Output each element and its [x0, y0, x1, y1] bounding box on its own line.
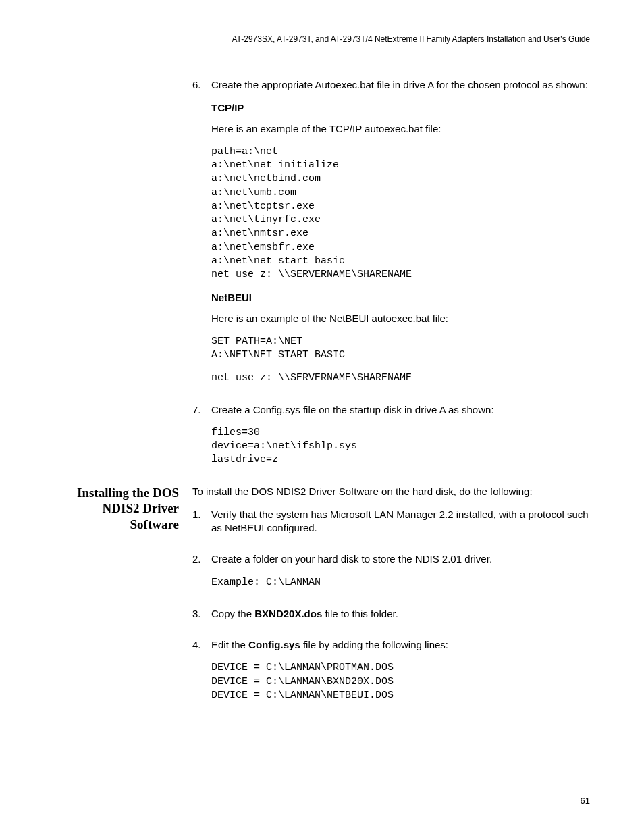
- tcp-heading: TCP/IP: [211, 101, 590, 115]
- page: AT-2973SX, AT-2973T, and AT-2973T/4 NetE…: [0, 0, 644, 834]
- body-col-1: 6. Create the appropriate Autoexec.bat f…: [192, 78, 590, 485]
- netbeui-heading: NetBEUI: [211, 291, 590, 305]
- body-col-2: To install the DOS NDIS2 Driver Software…: [192, 485, 590, 721]
- s2-step2-code: Example: C:\LANMAN: [211, 576, 590, 590]
- step-num: 2.: [192, 552, 211, 599]
- post: file by adding the following lines:: [300, 639, 448, 650]
- step-text: Create a Config.sys file on the startup …: [211, 403, 590, 417]
- step-body: Create a Config.sys file on the startup …: [211, 403, 590, 477]
- section-continued: 6. Create the appropriate Autoexec.bat f…: [54, 78, 590, 485]
- step-num: 4.: [192, 638, 211, 712]
- s2-step-3: 3. Copy the BXND20X.dos file to this fol…: [192, 607, 590, 630]
- step7-code: files=30 device=a:\net\ifshlp.sys lastdr…: [211, 426, 590, 467]
- step-num: 6.: [192, 78, 211, 395]
- post: file to this folder.: [322, 608, 398, 619]
- pre: Copy the: [211, 608, 254, 619]
- step-text: Copy the BXND20X.dos file to this folder…: [211, 607, 590, 621]
- step-body: Verify that the system has Microsoft LAN…: [211, 508, 590, 545]
- step-6: 6. Create the appropriate Autoexec.bat f…: [192, 78, 590, 395]
- s2-step4-code: DEVICE = C:\LANMAN\PROTMAN.DOS DEVICE = …: [211, 661, 590, 702]
- netbeui-code-2: net use z: \\SERVERNAME\SHARENAME: [211, 371, 590, 385]
- step-text: Create the appropriate Autoexec.bat file…: [211, 78, 590, 92]
- tcp-intro: Here is an example of the TCP/IP autoexe…: [211, 122, 590, 136]
- step-text: Create a folder on your hard disk to sto…: [211, 552, 590, 566]
- tcp-code: path=a:\net a:\net\net initialize a:\net…: [211, 145, 590, 282]
- step-text: Verify that the system has Microsoft LAN…: [211, 508, 590, 536]
- step-7: 7. Create a Config.sys file on the start…: [192, 403, 590, 477]
- step-body: Copy the BXND20X.dos file to this folder…: [211, 607, 590, 630]
- step-num: 7.: [192, 403, 211, 477]
- step-text: Edit the Config.sys file by adding the f…: [211, 638, 590, 652]
- s2-step-1: 1. Verify that the system has Microsoft …: [192, 508, 590, 545]
- section2-intro: To install the DOS NDIS2 Driver Software…: [192, 485, 590, 498]
- step-body: Create a folder on your hard disk to sto…: [211, 552, 590, 599]
- side-heading-install: Installing the DOS NDIS2 Driver Software: [54, 485, 192, 533]
- netbeui-code-1: SET PATH=A:\NET A:\NET\NET START BASIC: [211, 335, 590, 363]
- step-num: 1.: [192, 508, 211, 545]
- bold-filename: BXND20X.dos: [254, 608, 322, 619]
- bold-filename: Config.sys: [248, 639, 300, 650]
- step-num: 3.: [192, 607, 211, 630]
- section-installing: Installing the DOS NDIS2 Driver Software…: [54, 485, 590, 721]
- step-body: Create the appropriate Autoexec.bat file…: [211, 78, 590, 395]
- pre: Edit the: [211, 639, 248, 650]
- netbeui-intro: Here is an example of the NetBEUI autoex…: [211, 312, 590, 325]
- step-body: Edit the Config.sys file by adding the f…: [211, 638, 590, 712]
- s2-step-4: 4. Edit the Config.sys file by adding th…: [192, 638, 590, 712]
- page-number: 61: [581, 795, 590, 807]
- running-header: AT-2973SX, AT-2973T, and AT-2973T/4 NetE…: [54, 34, 590, 45]
- s2-step-2: 2. Create a folder on your hard disk to …: [192, 552, 590, 599]
